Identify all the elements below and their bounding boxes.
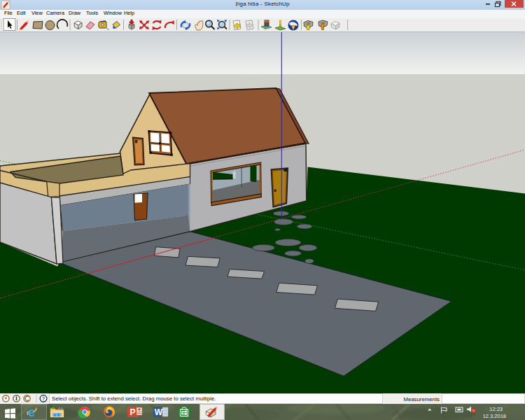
svg-text:12:23: 12:23 (489, 406, 503, 412)
svg-text:P: P (130, 407, 135, 417)
svg-text:12.3.2018: 12.3.2018 (483, 413, 506, 419)
svg-text:Measurements: Measurements (403, 396, 440, 402)
svg-text:Select objects. Shift to exten: Select objects. Shift to extend select. … (52, 396, 216, 402)
svg-text:?: ? (42, 396, 46, 402)
svg-text:W: W (155, 407, 163, 417)
